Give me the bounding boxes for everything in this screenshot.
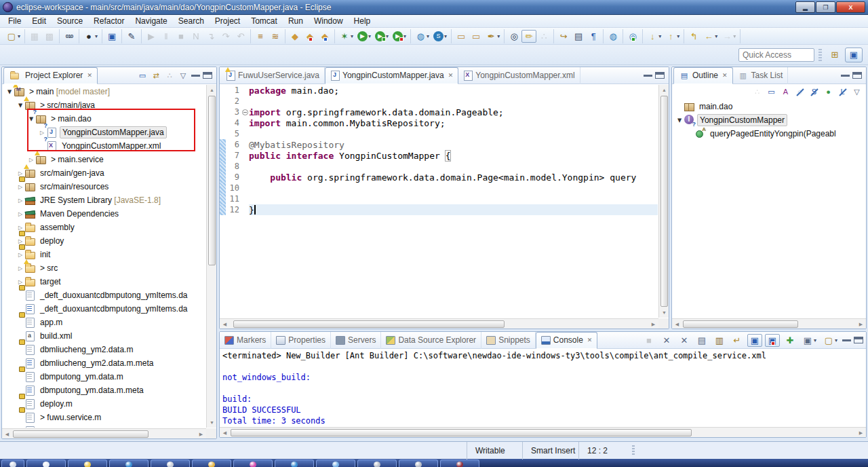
- toolbar-back-button[interactable]: ←▾: [701, 30, 719, 43]
- taskbar-app-6-button[interactable]: [233, 460, 273, 467]
- toolbar-clear-console-button[interactable]: ▤: [694, 334, 709, 347]
- code-line[interactable]: 1package main.dao;: [220, 85, 658, 96]
- editor-tab-yongpincustommapper-java[interactable]: YongpinCustomMapper.java✕: [325, 67, 458, 84]
- tree-item[interactable]: ▷JRE System Library [JavaSE-1.8]: [3, 193, 205, 207]
- tab-markers[interactable]: Markers: [220, 332, 271, 349]
- toolbar-run-button[interactable]: ▶▾: [355, 30, 373, 43]
- close-icon[interactable]: ✕: [587, 337, 593, 343]
- taskbar-app-11-button[interactable]: [440, 460, 479, 467]
- tree-item[interactable]: ▷src/main/resources: [3, 180, 205, 193]
- toolbar-user-profile-button[interactable]: ●▾: [81, 30, 100, 43]
- taskbar-app-3-button[interactable]: [109, 460, 149, 467]
- toolbar-stop-server-button[interactable]: ▶▾: [391, 30, 408, 43]
- expand-arrow-icon[interactable]: ▷: [16, 279, 24, 285]
- chevron-down-icon[interactable]: ▾: [427, 33, 429, 39]
- code-line[interactable]: 5: [220, 128, 658, 139]
- toolbar-save-button[interactable]: ▦: [27, 30, 42, 43]
- console-hscrollbar[interactable]: ◀ ▶: [220, 427, 866, 437]
- toolbar-run-search-button[interactable]: ◎: [625, 30, 640, 43]
- chevron-down-icon[interactable]: ▾: [95, 33, 98, 39]
- toolbar-next-annotation-button[interactable]: ↓▾: [645, 30, 663, 43]
- code-line[interactable]: 12}: [220, 204, 658, 215]
- code-line[interactable]: 2: [220, 96, 658, 107]
- project-tree-vscrollbar[interactable]: ▲ ▼: [206, 85, 216, 428]
- chevron-down-icon[interactable]: ▾: [368, 33, 371, 39]
- tree-item[interactable]: dbmputong_ym.data.m.meta: [3, 384, 205, 397]
- collapse-all-icon[interactable]: ▭: [137, 71, 148, 80]
- expand-arrow-icon[interactable]: ▷: [27, 157, 35, 163]
- scroll-left-icon[interactable]: ◀: [672, 319, 682, 329]
- menu-file[interactable]: File: [3, 16, 26, 26]
- menu-source[interactable]: Source: [52, 16, 88, 26]
- tab-snippets[interactable]: Snippets: [481, 332, 536, 349]
- toolbar-remove-all-terminated-button[interactable]: ✕: [677, 334, 692, 347]
- chevron-down-icon[interactable]: ▾: [677, 33, 679, 39]
- toolbar-spring-tool-button[interactable]: S▾: [431, 30, 449, 43]
- toolbar-mark-occurrences-button[interactable]: ✏: [521, 30, 536, 43]
- toolbar-tomcat-stop-button[interactable]: ◆: [302, 30, 317, 43]
- tab-outline[interactable]: ▤Outline✕: [673, 67, 733, 84]
- toolbar-run-server-button[interactable]: ▶▾: [373, 30, 391, 43]
- toolbar-step-over-button[interactable]: ↷: [218, 30, 233, 43]
- expand-arrow-icon[interactable]: ▷: [16, 170, 24, 176]
- minimize-view-icon[interactable]: [842, 339, 851, 341]
- expand-arrow-icon[interactable]: ▶: [18, 101, 24, 109]
- editor-vscrollbar[interactable]: ▲ ▼: [658, 85, 669, 318]
- code-line[interactable]: 6@MybatisRepository: [220, 139, 658, 150]
- tree-item[interactable]: build.xml: [3, 329, 205, 343]
- tree-item[interactable]: ▷> main.service: [3, 153, 205, 166]
- menu-run[interactable]: Run: [283, 16, 309, 26]
- toolbar-search-marker-button[interactable]: ◎: [507, 30, 521, 43]
- close-icon[interactable]: ✕: [87, 72, 92, 79]
- close-icon[interactable]: ✕: [448, 72, 454, 79]
- toolbar-display-selected-button[interactable]: ▣▾: [800, 334, 818, 347]
- menu-window[interactable]: Window: [309, 16, 349, 26]
- menu-edit[interactable]: Edit: [26, 16, 52, 26]
- expand-arrow-icon[interactable]: ▷: [16, 198, 24, 204]
- taskbar-app-2-button[interactable]: [68, 460, 107, 467]
- chevron-down-icon[interactable]: ▾: [18, 33, 20, 39]
- toolbar-tomcat-start-button[interactable]: ◆: [288, 30, 302, 43]
- menu-help[interactable]: Help: [349, 16, 376, 26]
- tree-item[interactable]: ▷> src: [3, 261, 205, 275]
- toolbar-remove-launch-button[interactable]: ✕: [659, 334, 674, 347]
- taskbar-app-8-button[interactable]: [316, 460, 355, 467]
- toolbar-last-edit-button[interactable]: ↪: [556, 30, 571, 43]
- scroll-left-icon[interactable]: ◀: [220, 428, 230, 438]
- toolbar-terminate-button[interactable]: ■: [642, 334, 656, 347]
- code-line[interactable]: 3import org.springframework.data.domain.…: [220, 107, 658, 117]
- toolbar-open-resource-button[interactable]: ▭: [454, 30, 469, 43]
- chevron-down-icon[interactable]: ▾: [835, 337, 837, 343]
- editor-hscrollbar[interactable]: ◀ ▶: [220, 318, 658, 329]
- quick-access-input[interactable]: [738, 48, 814, 62]
- expand-arrow-icon[interactable]: ▷: [16, 265, 24, 272]
- code-editor[interactable]: 1package main.dao;23import org.springfra…: [220, 85, 658, 318]
- expand-arrow-icon[interactable]: ▶: [7, 88, 13, 96]
- toolbar-open-console-button[interactable]: ▢▾: [821, 334, 840, 347]
- expand-arrow-icon[interactable]: ▷: [38, 130, 46, 136]
- outline-hscrollbar[interactable]: ◀ ▶: [672, 318, 866, 329]
- java-perspective-button[interactable]: ▣: [845, 48, 863, 62]
- maximize-button[interactable]: ❐: [816, 1, 835, 13]
- chevron-down-icon[interactable]: ▾: [403, 33, 406, 39]
- collapse-all-icon[interactable]: ▭: [766, 88, 776, 96]
- toolbar-forward-button[interactable]: →▾: [719, 30, 738, 43]
- chevron-down-icon[interactable]: ▾: [658, 33, 661, 39]
- toolbar-show-on-error-button[interactable]: ▣: [765, 334, 780, 347]
- tree-item[interactable]: ▷src/main/gen-java: [3, 166, 205, 180]
- outline-item[interactable]: queryPagedEntityYongpin(Pageabl: [673, 127, 865, 141]
- expand-arrow-icon[interactable]: ▷: [16, 225, 24, 231]
- toolbar-save-all-button[interactable]: ▩: [42, 30, 57, 43]
- hscroll-thumb[interactable]: [683, 320, 798, 328]
- toolbar-suspend-button[interactable]: ‖: [159, 30, 174, 43]
- hide-fields-icon[interactable]: ◌: [795, 88, 805, 96]
- menu-navigate[interactable]: Navigate: [130, 16, 172, 26]
- toolbar-new-wizard-button[interactable]: ▢▾: [4, 30, 22, 43]
- focus-on-active-icon[interactable]: ∴: [164, 71, 175, 80]
- expand-arrow-icon[interactable]: ▷: [16, 211, 24, 217]
- chevron-down-icon[interactable]: ▾: [814, 337, 816, 343]
- vscroll-thumb[interactable]: [660, 96, 668, 307]
- toolbar-show-whitespace-button[interactable]: ¶: [586, 30, 601, 43]
- toolbar-new-web-project-button[interactable]: ◍▾: [413, 30, 431, 43]
- console-output[interactable]: <terminated> New_Builder [Ant Builder] C…: [220, 350, 866, 426]
